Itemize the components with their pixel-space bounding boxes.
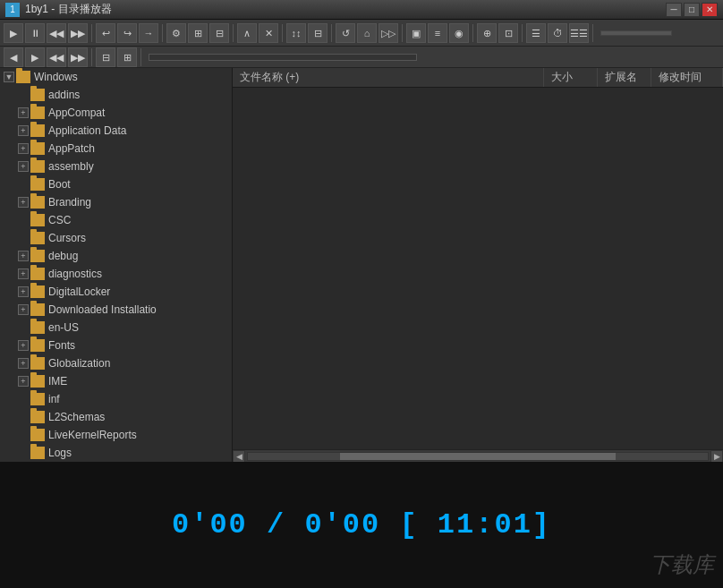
tree-item-globalization[interactable]: + Globalization bbox=[0, 354, 232, 372]
tree-item-l2schemas[interactable]: L2Schemas bbox=[0, 408, 232, 426]
expand-branding[interactable]: + bbox=[18, 197, 29, 208]
tree-item-apppatch[interactable]: + AppPatch bbox=[0, 140, 232, 158]
config-button[interactable]: ☰☰ bbox=[569, 23, 589, 43]
file-scrollbar[interactable]: ◀ ▶ bbox=[233, 449, 723, 462]
scroll-left-arrow[interactable]: ◀ bbox=[233, 450, 245, 463]
menu-button[interactable]: ≡ bbox=[428, 23, 447, 43]
tree-item-downloaded[interactable]: + Downloaded Installatio bbox=[0, 301, 232, 319]
grid-button[interactable]: ⊞ bbox=[188, 23, 208, 43]
folder-icon-logs bbox=[30, 447, 45, 459]
folder-icon-addins bbox=[30, 89, 45, 101]
timer-button[interactable]: ⏱ bbox=[548, 23, 567, 43]
tree-item-debug[interactable]: + debug bbox=[0, 247, 232, 265]
tree-item-csc[interactable]: CSC bbox=[0, 211, 232, 229]
tree-item-livekernelreports[interactable]: LiveKernelReports bbox=[0, 426, 232, 444]
tree-item-logs[interactable]: Logs bbox=[0, 444, 232, 462]
item-label: diagnostics bbox=[48, 268, 102, 280]
position-slider[interactable] bbox=[149, 54, 417, 61]
tree-item-addins[interactable]: addins bbox=[0, 86, 232, 104]
item-label: en-US bbox=[48, 321, 79, 334]
view-button[interactable]: ▣ bbox=[406, 23, 426, 43]
folder-icon-branding bbox=[30, 196, 45, 209]
item-label: Cursors bbox=[48, 232, 86, 244]
root-expand[interactable]: ▼ bbox=[4, 72, 14, 82]
record-button[interactable]: ◉ bbox=[449, 23, 469, 43]
forward-button[interactable]: ↪ bbox=[117, 23, 137, 43]
tree-item-inf[interactable]: inf bbox=[0, 390, 232, 408]
expand-debug[interactable]: + bbox=[18, 251, 29, 261]
tb2-btn-5[interactable]: ⊟ bbox=[96, 47, 115, 67]
col-header-date[interactable]: 修改时间 bbox=[651, 68, 723, 87]
tb2-btn-6[interactable]: ⊞ bbox=[117, 47, 137, 67]
expand-globalization[interactable]: + bbox=[18, 358, 29, 369]
pause-button[interactable]: ⏸ bbox=[25, 23, 45, 43]
separator-6 bbox=[402, 24, 403, 42]
refresh-button[interactable]: ↺ bbox=[336, 23, 355, 43]
next-button[interactable]: ▶▶ bbox=[68, 23, 88, 43]
tree-item-appdata[interactable]: + Application Data bbox=[0, 122, 232, 140]
scrollbar-thumb[interactable] bbox=[340, 453, 616, 460]
tree-item-digitallocker[interactable]: + DigitalLocker bbox=[0, 283, 232, 301]
folder-icon-digitallocker bbox=[30, 285, 45, 298]
play-button[interactable]: ▶ bbox=[4, 23, 23, 43]
expand-fonts[interactable]: + bbox=[18, 340, 29, 351]
scrollbar-track[interactable] bbox=[247, 452, 709, 461]
folder-icon-fonts bbox=[30, 339, 45, 352]
tb2-btn-4[interactable]: ▶▶ bbox=[68, 47, 88, 67]
volume-slider[interactable] bbox=[600, 30, 672, 36]
expand-appcompat[interactable]: + bbox=[18, 107, 29, 118]
expand-assembly[interactable]: + bbox=[18, 161, 29, 172]
back-button[interactable]: ↩ bbox=[96, 23, 115, 43]
list-button[interactable]: ⊟ bbox=[308, 23, 327, 43]
expand-downloaded[interactable]: + bbox=[18, 304, 29, 315]
tb2-btn-3[interactable]: ◀◀ bbox=[47, 47, 66, 67]
expand-digitallocker[interactable]: + bbox=[18, 286, 29, 297]
fast-fwd-button[interactable]: ▷▷ bbox=[379, 23, 398, 43]
tree-item-assembly[interactable]: + assembly bbox=[0, 158, 232, 175]
tree-item-ime[interactable]: + IME bbox=[0, 372, 232, 390]
minimize-button[interactable]: ─ bbox=[666, 3, 682, 17]
col-date-label: 修改时间 bbox=[659, 70, 702, 85]
item-label: Downloaded Installatio bbox=[48, 303, 157, 316]
eq-button[interactable]: ☰ bbox=[526, 23, 546, 43]
folder-icon-livekernelreports bbox=[30, 429, 45, 441]
scroll-right-arrow[interactable]: ▶ bbox=[710, 450, 723, 463]
col-header-ext[interactable]: 扩展名 bbox=[598, 68, 651, 87]
separator-2 bbox=[162, 24, 163, 42]
item-label: Globalization bbox=[48, 357, 110, 370]
folder-icon-l2schemas bbox=[30, 411, 45, 423]
home-button[interactable]: ⌂ bbox=[357, 23, 377, 43]
col-header-size[interactable]: 大小 bbox=[544, 68, 598, 87]
settings-button[interactable]: ⚙ bbox=[166, 23, 186, 43]
tb2-btn-1[interactable]: ◀ bbox=[4, 47, 23, 67]
item-label: Branding bbox=[48, 196, 91, 209]
maximize-button[interactable]: □ bbox=[684, 3, 700, 17]
folder-icon-apppatch bbox=[30, 142, 45, 155]
col-size-label: 大小 bbox=[551, 70, 573, 85]
tree-item-boot[interactable]: Boot bbox=[0, 175, 232, 193]
tree-item-en-us[interactable]: en-US bbox=[0, 319, 232, 337]
close-btn2[interactable]: ✕ bbox=[259, 23, 278, 43]
folder-icon-assembly bbox=[30, 160, 45, 173]
tb2-btn-2[interactable]: ▶ bbox=[25, 47, 45, 67]
prev-button[interactable]: ◀◀ bbox=[47, 23, 66, 43]
tree-item-fonts[interactable]: + Fonts bbox=[0, 337, 232, 354]
collapse-button[interactable]: ⊟ bbox=[209, 23, 229, 43]
tree-item-cursors[interactable]: Cursors bbox=[0, 229, 232, 247]
tree-item-branding[interactable]: + Branding bbox=[0, 193, 232, 211]
close-button[interactable]: ✕ bbox=[702, 3, 718, 17]
expand-appdata[interactable]: + bbox=[18, 125, 29, 136]
expand-ime[interactable]: + bbox=[18, 376, 29, 387]
col-header-name[interactable]: 文件名称 (+) bbox=[233, 68, 544, 87]
expand-apppatch[interactable]: + bbox=[18, 143, 29, 154]
tree-item-appcompat[interactable]: + AppCompat bbox=[0, 104, 232, 122]
arrow-button[interactable]: → bbox=[139, 23, 158, 43]
sort-button[interactable]: ↕↕ bbox=[286, 23, 306, 43]
search-button[interactable]: ⊕ bbox=[477, 23, 497, 43]
tree-item-diagnostics[interactable]: + diagnostics bbox=[0, 265, 232, 283]
expand-diagnostics[interactable]: + bbox=[18, 268, 29, 279]
up-button[interactable]: ∧ bbox=[237, 23, 257, 43]
tree-root[interactable]: ▼ Windows bbox=[0, 68, 232, 86]
tree-panel[interactable]: ▼ Windows addins + AppCompat + Applicati… bbox=[0, 68, 233, 462]
info-button[interactable]: ⊡ bbox=[498, 23, 518, 43]
